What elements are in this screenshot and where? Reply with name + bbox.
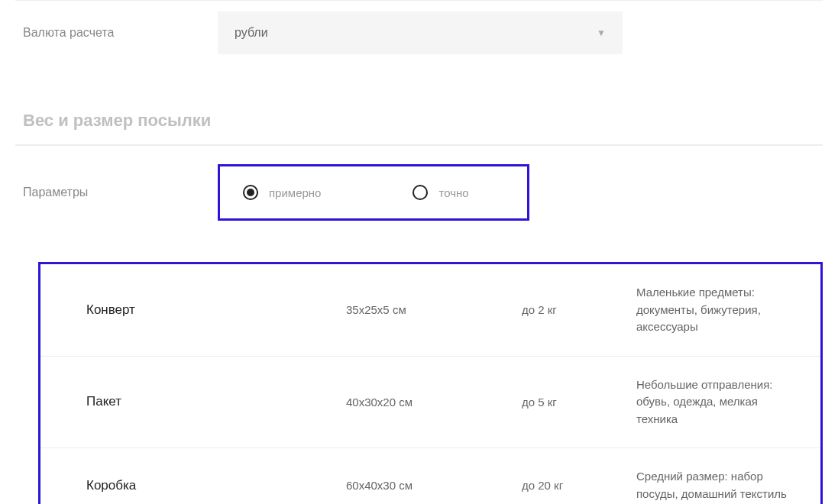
currency-value: рубли — [235, 26, 268, 40]
package-name: Пакет — [86, 394, 346, 409]
radio-label-exact: точно — [438, 186, 468, 199]
package-name: Коробка — [86, 478, 346, 493]
package-size: 40x30x20 см — [346, 396, 522, 409]
package-name: Конверт — [86, 302, 346, 318]
section-title: Вес и размер посылки — [0, 65, 838, 144]
currency-row: Валюта расчета рубли ▼ — [0, 1, 838, 65]
table-row[interactable]: Пакет 40x30x20 см до 5 кг Небольшие отпр… — [40, 357, 820, 449]
package-weight: до 5 кг — [522, 396, 636, 409]
radio-option-exact[interactable]: точно — [413, 185, 468, 200]
radio-label-approx: примерно — [269, 186, 321, 199]
params-radio-group: примерно точно — [218, 164, 529, 221]
radio-icon — [243, 185, 258, 200]
table-row[interactable]: Конверт 35x25x5 см до 2 кг Маленькие пре… — [40, 264, 820, 357]
currency-label: Валюта расчета — [23, 26, 218, 40]
params-label: Параметры — [23, 186, 218, 199]
currency-dropdown[interactable]: рубли ▼ — [218, 11, 623, 54]
package-type-table: Конверт 35x25x5 см до 2 кг Маленькие пре… — [38, 262, 823, 504]
radio-icon — [413, 185, 428, 200]
chevron-down-icon: ▼ — [597, 27, 606, 38]
table-row[interactable]: Коробка 60x40x30 см до 20 кг Средний раз… — [40, 448, 820, 504]
package-size: 60x40x30 см — [346, 479, 522, 492]
package-weight: до 20 кг — [522, 479, 636, 492]
package-desc: Средний размер: набор посуды, домашний т… — [636, 468, 805, 502]
package-weight: до 2 кг — [522, 303, 636, 316]
package-size: 35x25x5 см — [346, 303, 522, 316]
radio-option-approx[interactable]: примерно — [243, 185, 321, 200]
package-desc: Маленькие предметы: документы, бижутерия… — [636, 284, 805, 336]
package-desc: Небольшие отправления: обувь, одежда, ме… — [636, 376, 805, 428]
params-row: Параметры примерно точно — [0, 146, 838, 239]
